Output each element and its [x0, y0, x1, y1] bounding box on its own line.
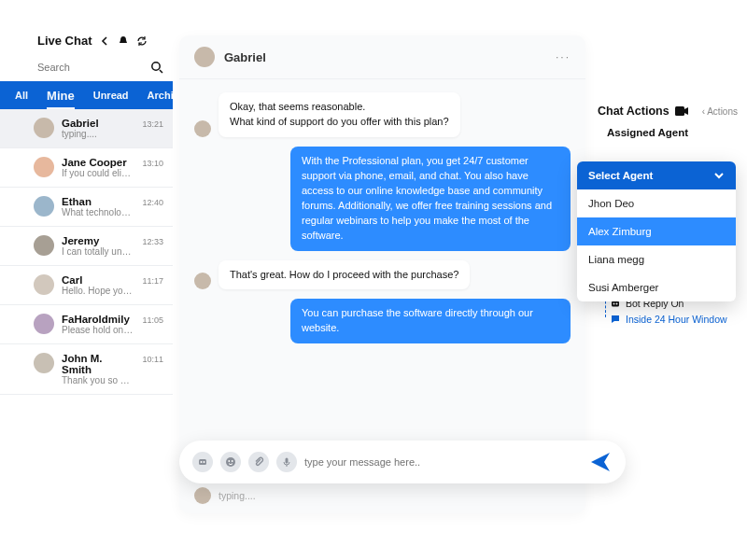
- tab-mine[interactable]: Mine: [37, 89, 84, 103]
- video-icon[interactable]: [675, 106, 688, 116]
- message-row: With the Professional plan, you get 24/7…: [194, 147, 571, 251]
- svg-point-0: [152, 63, 160, 70]
- actions-title: Chat Actions: [598, 105, 669, 118]
- chat-item-name: Ethan: [62, 196, 134, 207]
- status-row[interactable]: Inside 24 Hour Window: [611, 314, 727, 325]
- chat-item-name: Jeremy: [62, 235, 134, 246]
- chat-item-name: John M. Smith: [62, 353, 134, 375]
- chat-item-preview: If you could elim...: [62, 168, 134, 178]
- more-icon[interactable]: ···: [556, 50, 571, 63]
- agent-option[interactable]: Alex Zimburg: [577, 217, 736, 245]
- message-row: Okay, that seems reasonable.What kind of…: [194, 92, 571, 137]
- back-link[interactable]: ‹ Actions: [702, 106, 738, 117]
- chat-item-name: Carl: [62, 274, 134, 286]
- typing-text: typing....: [218, 490, 256, 501]
- chat-list-item[interactable]: Jane CooperIf you could elim...13:10: [0, 148, 173, 188]
- chat-list-item[interactable]: John M. SmithThank you so much...10:11: [0, 344, 173, 395]
- svg-point-11: [613, 303, 615, 305]
- chat-filter-tabs: AllMineUnreadArchived: [0, 81, 173, 109]
- message-bubble: With the Professional plan, you get 24/7…: [290, 147, 571, 251]
- svg-rect-7: [286, 458, 289, 464]
- avatar: [34, 274, 54, 295]
- message-bubble: That's great. How do I proceed with the …: [218, 260, 470, 290]
- emoji-icon[interactable]: [220, 452, 241, 472]
- contact-name: Gabriel: [224, 50, 546, 64]
- chat-actions-panel: Chat Actions ‹ Actions Assigned Agent: [598, 105, 738, 144]
- message-bubble: Okay, that seems reasonable.What kind of…: [218, 92, 460, 137]
- avatar: [34, 353, 54, 373]
- avatar: [34, 157, 54, 177]
- chat-item-preview: Please hold on for ...: [62, 325, 134, 335]
- agent-dropdown-toggle[interactable]: Select Agent: [577, 161, 736, 189]
- message-row: You can purchase the software directly t…: [194, 299, 571, 343]
- chat-item-main: CarlHello. Hope you are ...: [62, 274, 134, 296]
- chat-item-time: 11:05: [142, 315, 163, 325]
- tab-all[interactable]: All: [0, 90, 37, 101]
- search-row: [0, 57, 173, 81]
- chat-list-item[interactable]: FaHaroldmilyPlease hold on for ...11:05: [0, 305, 173, 344]
- bot-icon[interactable]: [192, 452, 213, 472]
- agent-dropdown: Select Agent Jhon DeoAlex ZimburgLiana m…: [577, 161, 736, 301]
- actions-header: Chat Actions ‹ Actions: [598, 105, 738, 118]
- chat-list-item[interactable]: JeremyI can totally understand.....12:33: [0, 227, 173, 266]
- chat-list: Gabrieltyping....13:21Jane CooperIf you …: [0, 109, 173, 395]
- agent-option[interactable]: Susi Amberger: [577, 273, 736, 301]
- message-input[interactable]: [304, 456, 581, 468]
- chevron-left-icon[interactable]: [98, 35, 111, 48]
- sidebar-title: Live Chat: [37, 34, 92, 48]
- search-input[interactable]: [37, 62, 140, 73]
- avatar: [34, 196, 54, 217]
- svg-point-12: [616, 303, 618, 305]
- conversation-header: Gabriel ···: [179, 35, 585, 79]
- contact-avatar: [194, 47, 215, 67]
- tab-unread[interactable]: Unread: [84, 90, 138, 101]
- composer: [179, 441, 626, 483]
- contact-avatar-small: [194, 487, 211, 504]
- sidebar-header: Live Chat: [0, 28, 173, 57]
- search-icon[interactable]: [150, 61, 163, 74]
- chat-item-main: EthanWhat technology are you...: [62, 196, 134, 217]
- mic-icon[interactable]: [276, 452, 297, 472]
- contact-avatar-small: [194, 273, 211, 289]
- chat-list-item[interactable]: EthanWhat technology are you...12:40: [0, 188, 173, 227]
- chat-list-item[interactable]: Gabrieltyping....13:21: [0, 109, 173, 148]
- chat-item-time: 11:17: [142, 276, 163, 286]
- svg-point-6: [232, 460, 233, 462]
- chat-item-main: JeremyI can totally understand.....: [62, 235, 134, 257]
- attach-icon[interactable]: [248, 452, 269, 472]
- send-button[interactable]: [588, 450, 613, 474]
- chat-item-name: Jane Cooper: [62, 157, 134, 168]
- message-row: That's great. How do I proceed with the …: [194, 260, 571, 290]
- agent-option[interactable]: Jhon Deo: [577, 189, 736, 217]
- sidebar: Live Chat AllMineUnreadArchived Gabrielt…: [0, 28, 173, 395]
- chat-item-time: 13:21: [142, 119, 163, 129]
- avatar: [34, 314, 54, 334]
- chat-item-main: John M. SmithThank you so much...: [62, 353, 134, 385]
- chat-item-time: 12:40: [142, 198, 163, 207]
- chat-item-name: Gabriel: [62, 118, 134, 129]
- typing-indicator: typing....: [179, 483, 585, 513]
- chat-item-preview: typing....: [62, 129, 134, 139]
- chat-icon: [611, 315, 620, 324]
- chat-item-main: FaHaroldmilyPlease hold on for ...: [62, 314, 134, 335]
- contact-avatar-small: [194, 120, 211, 137]
- svg-point-4: [226, 457, 235, 467]
- chat-item-time: 13:10: [142, 159, 163, 168]
- svg-point-3: [204, 461, 205, 463]
- avatar: [34, 235, 54, 256]
- chat-list-item[interactable]: CarlHello. Hope you are ...11:17: [0, 266, 173, 305]
- refresh-icon[interactable]: [135, 35, 148, 48]
- chevron-down-icon: [713, 172, 725, 179]
- agent-option[interactable]: Liana megg: [577, 245, 736, 273]
- bell-icon[interactable]: [117, 35, 130, 48]
- chat-item-preview: Thank you so much...: [62, 375, 134, 385]
- chat-item-time: 10:11: [142, 355, 163, 364]
- svg-point-2: [201, 461, 203, 463]
- svg-rect-1: [199, 459, 206, 465]
- chat-item-preview: What technology are you...: [62, 207, 134, 217]
- chat-item-time: 12:33: [142, 237, 163, 246]
- svg-rect-10: [612, 301, 619, 307]
- chat-item-name: FaHaroldmily: [62, 314, 134, 325]
- status-text: Inside 24 Hour Window: [626, 314, 727, 325]
- chat-item-preview: I can totally understand.....: [62, 246, 134, 257]
